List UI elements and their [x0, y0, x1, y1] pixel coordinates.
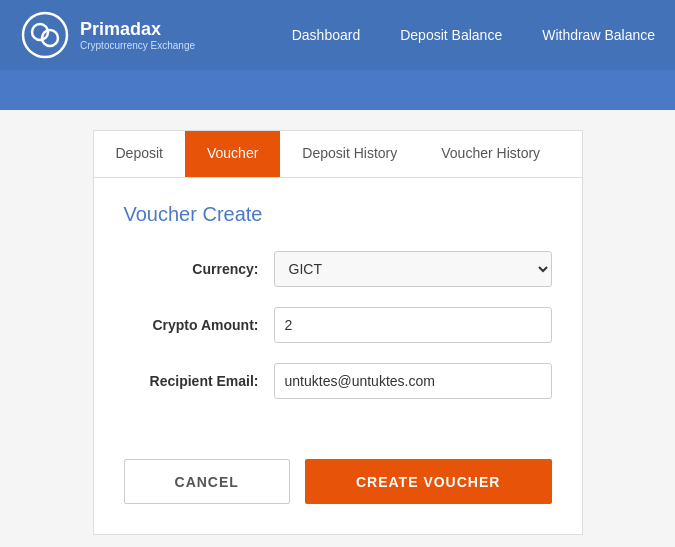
logo-name: Primadax — [80, 19, 195, 41]
svg-point-0 — [23, 13, 67, 57]
form-area: Voucher Create Currency: GICT Crypto Amo… — [94, 178, 582, 429]
tab-voucher-history[interactable]: Voucher History — [419, 131, 562, 177]
tab-deposit-history[interactable]: Deposit History — [280, 131, 419, 177]
create-voucher-button[interactable]: CREATE VOUCHER — [305, 459, 552, 504]
header: Primadax Cryptocurrency Exchange Dashboa… — [0, 0, 675, 70]
currency-select[interactable]: GICT — [274, 251, 552, 287]
recipient-email-input[interactable] — [274, 363, 552, 399]
logo-area: Primadax Cryptocurrency Exchange — [20, 10, 292, 60]
recipient-email-label: Recipient Email: — [124, 373, 274, 389]
tab-deposit[interactable]: Deposit — [94, 131, 185, 177]
button-row: CANCEL CREATE VOUCHER — [94, 459, 582, 504]
form-title: Voucher Create — [124, 203, 552, 226]
currency-row: Currency: GICT — [124, 251, 552, 287]
tab-bar: Deposit Voucher Deposit History Voucher … — [94, 131, 582, 178]
logo-text: Primadax Cryptocurrency Exchange — [80, 19, 195, 52]
main-nav: Dashboard Deposit Balance Withdraw Balan… — [292, 27, 655, 43]
tab-voucher[interactable]: Voucher — [185, 131, 280, 177]
crypto-amount-row: Crypto Amount: — [124, 307, 552, 343]
nav-deposit-balance[interactable]: Deposit Balance — [400, 27, 502, 43]
nav-dashboard[interactable]: Dashboard — [292, 27, 361, 43]
logo-sub: Cryptocurrency Exchange — [80, 40, 195, 51]
recipient-email-row: Recipient Email: — [124, 363, 552, 399]
subheader-bar — [0, 70, 675, 110]
logo-icon — [20, 10, 70, 60]
crypto-amount-input[interactable] — [274, 307, 552, 343]
cancel-button[interactable]: CANCEL — [124, 459, 290, 504]
crypto-amount-label: Crypto Amount: — [124, 317, 274, 333]
currency-label: Currency: — [124, 261, 274, 277]
nav-withdraw-balance[interactable]: Withdraw Balance — [542, 27, 655, 43]
card: Deposit Voucher Deposit History Voucher … — [93, 130, 583, 535]
main-content: Deposit Voucher Deposit History Voucher … — [0, 110, 675, 547]
